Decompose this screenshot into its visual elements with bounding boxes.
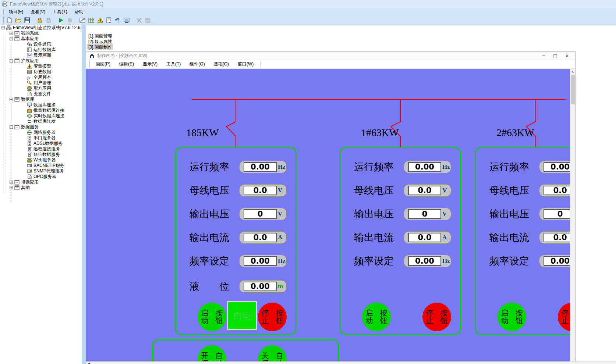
editor-menubar-grip	[88, 61, 90, 67]
maximize-button[interactable]: □	[549, 52, 561, 60]
field-label: 母线电压	[354, 184, 394, 197]
tree-item-14[interactable]: 数据库连接	[0, 102, 82, 108]
tree-item-17[interactable]: 数据库转发	[0, 119, 82, 124]
scroll-left-icon[interactable]: ◀	[86, 362, 92, 364]
editor-menu-item-5[interactable]: 选项(O)	[209, 60, 233, 68]
horizontal-scrollbar[interactable]: ◀	[86, 361, 616, 364]
editor-menu-item-4[interactable]: 组件(O)	[185, 60, 209, 68]
auto-button[interactable]: 自动	[227, 301, 257, 330]
screen-edit-icon[interactable]	[78, 16, 87, 24]
start-button[interactable]: 启动按钮	[498, 303, 526, 331]
tree-item-8[interactable]: 历史数据	[0, 69, 82, 75]
new-icon[interactable]	[5, 16, 14, 24]
tree-item-24[interactable]: Web服务器	[0, 157, 82, 163]
tree-item-13[interactable]: −数据库	[0, 97, 82, 102]
vertical-scroll-thumb[interactable]	[571, 75, 575, 104]
field-label: 运行频率	[190, 161, 229, 173]
menu-item-1[interactable]: 查看(V)	[27, 8, 49, 16]
value-display: 0.00	[244, 282, 277, 291]
report-icon[interactable]	[105, 16, 113, 24]
editor-menu-item-2[interactable]: 显示(V)	[138, 60, 162, 68]
tree-item-26[interactable]: SNMP代理服务	[0, 168, 82, 174]
tree-item-27[interactable]: OPC服务器	[0, 174, 82, 179]
tree-item-29[interactable]: +其他	[0, 185, 82, 190]
unit-label: A	[278, 234, 282, 241]
tree-item-21[interactable]: ADSL数据服务	[0, 141, 82, 146]
tree-item-12[interactable]: 变量文件	[0, 91, 82, 97]
expand-icon[interactable]: +	[10, 32, 13, 35]
tree-item-9[interactable]: fx全局脚本	[0, 75, 82, 80]
tree-item-label: 其他	[21, 185, 30, 191]
tree-item-10[interactable]: 用户管理	[0, 80, 82, 86]
view-list-item-2[interactable]: [3].画面制作	[87, 44, 113, 50]
tree-item-0[interactable]: −FameView组态监控系统[V7.6.12.6]	[0, 25, 82, 31]
collapse-icon[interactable]: −	[1, 26, 5, 29]
book-icon	[27, 47, 32, 52]
open-icon[interactable]	[14, 16, 23, 24]
scroll-up-icon[interactable]: ▲	[570, 69, 575, 74]
window-icon	[14, 31, 20, 36]
device-icon[interactable]	[113, 16, 122, 24]
tree-item-5[interactable]: 显示画面	[0, 53, 82, 58]
editor-menu-item-3[interactable]: 工具(T)	[162, 60, 185, 68]
collapse-icon[interactable]: −	[10, 37, 13, 40]
valve-open-button[interactable]: 开阀自动	[198, 345, 226, 362]
lock-disabled-icon	[44, 16, 53, 24]
start-button[interactable]: 启动按钮	[362, 303, 391, 331]
view-list-item-1[interactable]: [2].显示属性	[87, 39, 113, 44]
tree-item-23[interactable]: 短信数据服务	[0, 152, 82, 157]
value-pill: 0.00m	[239, 280, 287, 293]
start-button[interactable]: 启动按钮	[198, 303, 226, 331]
field-label: 液 位	[190, 280, 229, 293]
tree-item-15[interactable]: 批量数据库连接	[0, 108, 82, 113]
valve-close-button[interactable]: 关阀自动	[258, 345, 287, 362]
editor-menu-item-6[interactable]: 窗口(W)	[233, 60, 258, 68]
stop-button[interactable]: 停止按钮	[258, 303, 287, 331]
minimize-button[interactable]: ─	[538, 52, 549, 60]
main-toolbar	[0, 15, 616, 25]
field-label: 运行频率	[354, 161, 394, 173]
stop-button[interactable]: 停止按钮	[558, 303, 570, 331]
tree-item-19[interactable]: 网络服务器	[0, 130, 82, 135]
tree-item-28[interactable]: +增强应用	[0, 179, 82, 185]
run-icon[interactable]	[57, 16, 66, 24]
tree-item-3[interactable]: 设备通讯	[0, 42, 82, 47]
tree-item-6[interactable]: −扩展应用	[0, 58, 82, 64]
tree-item-16[interactable]: 实时数据库连接	[0, 113, 82, 119]
tree-item-18[interactable]: −数据服务	[0, 124, 82, 130]
tree-item-1[interactable]: +我的系统	[0, 31, 82, 36]
server-icon[interactable]	[122, 16, 131, 24]
valve-panel: 开阀自动关阀自动	[152, 339, 339, 362]
tree-item-7[interactable]: 变量报警	[0, 64, 82, 69]
plug-icon	[27, 42, 32, 47]
fx-icon: fx	[27, 75, 32, 80]
menu-item-2[interactable]: 工具(T)	[49, 8, 71, 16]
tree-item-22[interactable]: 远程连接服务	[0, 146, 82, 152]
menu-item-3[interactable]: 帮助	[71, 8, 87, 16]
alarm-icon[interactable]	[96, 16, 105, 24]
tree-item-25[interactable]: BACNETIP服务	[0, 163, 82, 168]
lock-icon[interactable]	[35, 16, 44, 24]
close-button[interactable]: ✕	[561, 52, 573, 60]
tree-item-20[interactable]: 串口服务器	[0, 135, 82, 141]
window-icon	[14, 58, 20, 63]
unit-label: Hz	[278, 257, 286, 265]
tree-item-11[interactable]: 配方应用	[0, 86, 82, 91]
tree-item-4[interactable]: 运行数据库	[0, 47, 82, 53]
phone-icon	[27, 152, 32, 157]
tree-item-2[interactable]: −基本应用	[0, 36, 82, 42]
field-label: 频率设定	[354, 255, 394, 267]
unit-label: V	[278, 210, 282, 218]
value-pill: 0.0A	[404, 231, 451, 244]
stop-button[interactable]: 停止按钮	[422, 303, 451, 331]
menu-item-0[interactable]: 项目(F)	[5, 8, 27, 16]
drawing-canvas[interactable]: 185KW运行频率0.00Hz母线电压0.0V输出电压0V输出电流0.0A频率设…	[86, 69, 570, 362]
editor-menu-item-0[interactable]: 画面(P)	[91, 60, 115, 68]
editor-menu-item-1[interactable]: 编辑(E)	[115, 60, 138, 68]
pump-panel-2: 运行频率0.00Hz母线电压0.0V输出电压0V输出电流0.0A频率设定0.00…	[475, 147, 570, 335]
save-icon[interactable]	[23, 16, 32, 24]
package-icon	[144, 16, 152, 24]
vertical-scrollbar[interactable]: ▲	[570, 69, 575, 362]
database-icon[interactable]	[87, 16, 96, 24]
view-list-item-0[interactable]: [1].画面管理	[87, 33, 113, 39]
